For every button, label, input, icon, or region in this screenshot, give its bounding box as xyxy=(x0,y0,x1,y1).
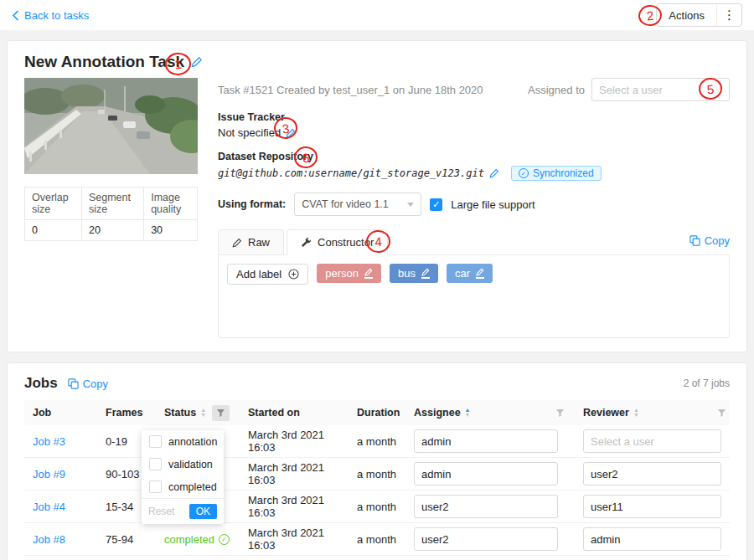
task-title: New Annotation Task xyxy=(24,53,184,71)
actions-button[interactable]: Actions ⋮ xyxy=(656,3,742,27)
tab-constructor[interactable]: Constructor xyxy=(287,229,388,255)
overlap-size-header: Overlap size xyxy=(25,188,82,220)
top-bar: Back to tasks Actions ⋮ xyxy=(0,0,754,30)
validation-checkbox[interactable] xyxy=(149,458,162,470)
back-to-tasks-label: Back to tasks xyxy=(24,9,89,22)
edit-label-person-icon[interactable] xyxy=(364,268,373,279)
segment-size-value: 20 xyxy=(81,220,143,241)
jobs-card: Jobs Copy 2 of 7 jobs Job Frames Status … xyxy=(7,362,747,560)
started-cell: March 3rd 2021 16:03 xyxy=(240,527,349,552)
sync-status-label: Synchronized xyxy=(533,167,594,179)
task-meta-text: Task #1521 Created by test_user_1 on Jun… xyxy=(218,84,483,96)
filter-option-completed[interactable]: completed xyxy=(142,475,224,498)
label-tag-person[interactable]: person xyxy=(317,264,381,283)
started-cell: March 3rd 2021 16:03 xyxy=(240,429,349,454)
completed-checkbox[interactable] xyxy=(149,480,162,493)
assignee-input[interactable] xyxy=(414,462,558,486)
job-link[interactable]: Job #3 xyxy=(33,435,65,448)
task-left-column: Overlap size Segment size Image quality … xyxy=(24,78,198,338)
job-link[interactable]: Job #4 xyxy=(33,501,65,513)
started-cell: March 3rd 2021 16:03 xyxy=(240,461,349,486)
actions-label[interactable]: Actions xyxy=(657,4,716,26)
reviewer-input[interactable] xyxy=(583,527,721,551)
col-duration: Duration xyxy=(349,400,405,425)
pencil-icon xyxy=(232,238,242,248)
label-tag-car[interactable]: car xyxy=(447,264,493,283)
filter-ok-button[interactable]: OK xyxy=(189,504,217,519)
task-body: Overlap size Segment size Image quality … xyxy=(24,78,730,338)
select-caret-icon xyxy=(407,203,414,207)
task-meta-row: Task #1521 Created by test_user_1 on Jun… xyxy=(218,78,730,101)
back-to-tasks-link[interactable]: Back to tasks xyxy=(12,9,89,22)
label-tag-person-name: person xyxy=(325,267,359,280)
task-params-table: Overlap size Segment size Image quality … xyxy=(24,187,198,241)
annotation-checkbox[interactable] xyxy=(149,435,162,448)
add-label-text: Add label xyxy=(236,268,281,280)
task-detail-card: New Annotation Task xyxy=(7,40,747,352)
copy-icon xyxy=(68,378,79,389)
col-job: Job xyxy=(24,400,97,425)
labels-copy-link[interactable]: Copy xyxy=(689,234,730,250)
reviewer-filter-icon[interactable] xyxy=(717,408,726,418)
add-label-button[interactable]: Add label xyxy=(227,264,308,285)
filter-option-validation[interactable]: validation xyxy=(142,453,224,475)
tab-constructor-label: Constructor xyxy=(318,236,374,249)
task-right-column: Task #1521 Created by test_user_1 on Jun… xyxy=(218,78,730,338)
duration-cell: a month xyxy=(349,501,405,513)
edit-label-bus-icon[interactable] xyxy=(421,268,430,279)
image-quality-value: 30 xyxy=(144,220,198,241)
reviewer-sort-icon[interactable]: ▲▼ xyxy=(633,408,639,418)
edit-title-icon[interactable] xyxy=(191,56,203,68)
more-actions-icon[interactable]: ⋮ xyxy=(716,4,741,26)
edit-repository-icon[interactable] xyxy=(489,168,499,178)
reviewer-input[interactable] xyxy=(583,495,721,518)
dataset-repository-label: Dataset Repository xyxy=(218,151,730,162)
started-cell: March 3rd 2021 16:03 xyxy=(240,494,349,519)
status-sort-icon[interactable]: ▲▼ xyxy=(200,408,206,418)
job-link[interactable]: Job #9 xyxy=(33,468,65,480)
assignee-input[interactable] xyxy=(414,527,558,551)
filter-option-annotation[interactable]: annotation xyxy=(142,430,224,453)
format-select[interactable]: CVAT for video 1.1 xyxy=(294,193,421,216)
jobs-copy-link[interactable]: Copy xyxy=(68,378,108,390)
assignee-input[interactable] xyxy=(414,429,558,453)
col-reviewer: Reviewer ▲▼ xyxy=(575,400,730,425)
task-assignee-input[interactable] xyxy=(591,78,730,101)
validation-label: validation xyxy=(168,459,213,470)
large-file-checkbox[interactable]: ✓ xyxy=(430,198,442,211)
status-filter-icon[interactable] xyxy=(212,405,230,421)
jobs-header: Jobs Copy 2 of 7 jobs xyxy=(24,375,730,392)
image-quality-header: Image quality xyxy=(144,188,198,220)
jobs-table-header: Job Frames Status ▲▼ Started on Duration… xyxy=(24,400,730,425)
labels-tabs: Raw Constructor Copy xyxy=(218,229,730,254)
job-link[interactable]: Job #8 xyxy=(33,533,65,546)
status-completed-icon: ✓ xyxy=(219,534,230,545)
tab-raw-label: Raw xyxy=(248,236,270,249)
filter-reset-button[interactable]: Reset xyxy=(148,506,174,517)
edit-issue-tracker-icon[interactable] xyxy=(286,128,296,138)
sync-check-icon: ✓ xyxy=(519,168,529,178)
table-row: Job #4 15-34 March 3rd 2021 16:03 a mont… xyxy=(24,491,730,523)
table-row: Job #8 75-94 completed ✓ March 3rd 2021 … xyxy=(24,523,730,556)
label-tag-bus[interactable]: bus xyxy=(390,264,438,283)
duration-cell: a month xyxy=(349,533,405,546)
status-completed-text: completed xyxy=(164,533,214,546)
frames-cell: 75-94 xyxy=(97,533,156,546)
reviewer-input[interactable] xyxy=(583,462,721,486)
tab-raw[interactable]: Raw xyxy=(218,229,284,255)
assigned-to-label: Assigned to xyxy=(528,84,585,96)
assignee-sort-icon[interactable]: ▲▼ xyxy=(465,408,471,418)
copy-icon xyxy=(689,235,700,246)
assignee-filter-icon[interactable] xyxy=(555,408,565,418)
chevron-left-icon xyxy=(12,10,19,21)
table-row: Job #9 90-103 March 3rd 2021 16:03 a mon… xyxy=(24,458,730,491)
issue-tracker-block: Issue Tracker Not specified xyxy=(218,111,730,139)
reviewer-input[interactable] xyxy=(583,429,721,453)
filter-footer: Reset OK xyxy=(142,498,224,524)
jobs-count: 2 of 7 jobs xyxy=(684,378,730,389)
sync-status-badge: ✓ Synchronized xyxy=(511,166,602,181)
task-title-row: New Annotation Task xyxy=(24,53,730,71)
assignee-input[interactable] xyxy=(414,495,558,518)
assigned-to-wrap: Assigned to xyxy=(528,78,730,101)
edit-label-car-icon[interactable] xyxy=(476,268,484,279)
